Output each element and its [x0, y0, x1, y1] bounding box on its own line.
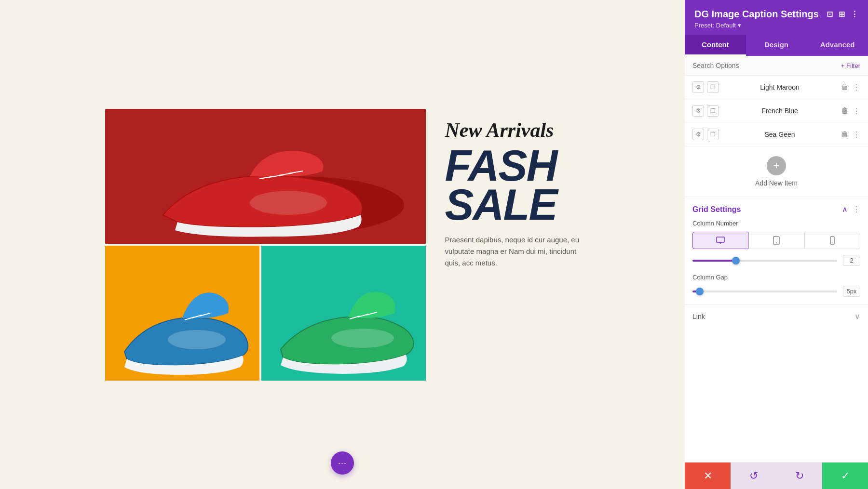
canvas-area: New Arrivals FASH SALE Praesent dapibus,…: [0, 0, 685, 489]
panel-title-text: DG Image Caption Settings: [694, 9, 819, 20]
fashion-sale-text: FASH SALE: [445, 146, 580, 225]
item-name-light-maroon: Light Maroon: [723, 83, 836, 91]
shoe-red-image: [105, 109, 426, 244]
more-icon[interactable]: ⋮: [851, 10, 858, 19]
panel-preset[interactable]: Preset: Default ▾: [694, 22, 858, 29]
svg-point-25: [832, 242, 833, 243]
right-panel: DG Image Caption Settings ⊡ ⊞ ⋮ Preset: …: [685, 0, 868, 489]
add-icon: +: [773, 159, 780, 172]
svg-point-9: [168, 330, 226, 349]
copy-icon-2[interactable]: ❐: [707, 105, 719, 117]
camera-icon[interactable]: ⊡: [827, 10, 833, 19]
image-bottom: [105, 246, 426, 381]
column-gap-slider-row: 5px: [692, 286, 860, 297]
panel-tabs: Content Design Advanced: [685, 35, 868, 56]
device-desktop-btn[interactable]: [692, 232, 748, 249]
page-content: New Arrivals FASH SALE Praesent dapibus,…: [86, 90, 599, 400]
add-new-item-section: + Add New Item: [685, 146, 868, 197]
chevron-down-icon: ∨: [854, 312, 860, 321]
bottom-toolbar: ✕ ↺ ↻ ✓: [685, 462, 868, 489]
column-gap-track[interactable]: [692, 291, 837, 292]
grid-icon[interactable]: ⊞: [839, 10, 845, 19]
column-number-slider-row: 2: [692, 255, 860, 266]
section-more-icon[interactable]: ⋮: [853, 205, 860, 214]
more-icon[interactable]: ⋮: [853, 83, 860, 92]
section-header-icons: ∧ ⋮: [842, 205, 860, 214]
more-icon-3[interactable]: ⋮: [853, 130, 860, 139]
device-mobile-btn[interactable]: [804, 232, 860, 249]
tablet-icon: [773, 236, 780, 245]
cancel-button[interactable]: ✕: [685, 463, 731, 489]
column-gap-group: Column Gap 5px: [685, 274, 868, 304]
image-bottom-right: [261, 246, 426, 381]
item-actions-3: 🗑 ⋮: [841, 130, 860, 139]
settings-icon-2[interactable]: ⚙: [692, 105, 704, 117]
delete-icon-2[interactable]: 🗑: [841, 106, 849, 115]
delete-icon[interactable]: 🗑: [841, 83, 849, 92]
add-new-button[interactable]: +: [767, 156, 786, 175]
description-text: Praesent dapibus, neque id cur augue, eu…: [445, 234, 580, 269]
grid-settings-title: Grid Settings: [692, 205, 741, 214]
settings-icon[interactable]: ⚙: [692, 81, 704, 93]
tab-advanced[interactable]: Advanced: [807, 35, 868, 56]
item-row-icons-3: ⚙ ❐: [692, 129, 719, 140]
delete-icon-3[interactable]: 🗑: [841, 130, 849, 139]
item-row-icons: ⚙ ❐: [692, 81, 719, 93]
item-row-french-blue: ⚙ ❐ French Blue 🗑 ⋮: [685, 99, 868, 123]
image-grid: [105, 109, 426, 381]
image-top: [105, 109, 426, 244]
link-section[interactable]: Link ∨: [685, 304, 868, 328]
item-row-icons-2: ⚙ ❐: [692, 105, 719, 117]
undo-button[interactable]: ↺: [731, 463, 776, 489]
confirm-button[interactable]: ✓: [822, 463, 868, 489]
link-label: Link: [692, 313, 705, 320]
tab-design[interactable]: Design: [746, 35, 807, 56]
svg-rect-19: [717, 237, 724, 242]
desktop-icon: [716, 237, 725, 244]
add-new-label: Add New Item: [755, 179, 798, 187]
panel-title-row: DG Image Caption Settings ⊡ ⊞ ⋮: [694, 9, 858, 20]
panel-content: ⚙ ❐ Light Maroon 🗑 ⋮ ⚙ ❐ French Blue 🗑 ⋮…: [685, 76, 868, 462]
column-gap-label: Column Gap: [692, 274, 860, 281]
column-number-value[interactable]: 2: [843, 255, 860, 266]
fashion-text: FASH: [445, 146, 580, 185]
column-number-group: Column Number: [685, 220, 868, 274]
text-content: New Arrivals FASH SALE Praesent dapibus,…: [445, 109, 580, 269]
copy-icon-3[interactable]: ❐: [707, 129, 719, 140]
copy-icon[interactable]: ❐: [707, 81, 719, 93]
svg-point-23: [776, 242, 777, 243]
column-number-track[interactable]: [692, 260, 837, 262]
svg-point-15: [331, 329, 394, 348]
column-number-label: Column Number: [692, 220, 860, 227]
floating-action-button[interactable]: ···: [331, 451, 354, 475]
item-name-sea-geen: Sea Geen: [723, 131, 836, 138]
column-number-fill: [692, 260, 736, 262]
item-row-sea-geen: ⚙ ❐ Sea Geen 🗑 ⋮: [685, 123, 868, 146]
column-gap-value[interactable]: 5px: [843, 286, 860, 297]
search-bar: + Filter: [685, 56, 868, 76]
image-bottom-left: [105, 246, 259, 381]
column-gap-thumb[interactable]: [696, 288, 704, 295]
tab-content[interactable]: Content: [685, 35, 746, 56]
fab-icon: ···: [338, 458, 347, 468]
search-input[interactable]: [692, 62, 837, 69]
settings-icon-3[interactable]: ⚙: [692, 129, 704, 140]
item-name-french-blue: French Blue: [723, 107, 836, 115]
item-row-light-maroon: ⚙ ❐ Light Maroon 🗑 ⋮: [685, 76, 868, 99]
grid-settings-header: Grid Settings ∧ ⋮: [685, 197, 868, 220]
column-number-thumb[interactable]: [732, 257, 740, 264]
mobile-icon: [830, 236, 835, 245]
panel-header: DG Image Caption Settings ⊡ ⊞ ⋮ Preset: …: [685, 0, 868, 35]
more-icon-2[interactable]: ⋮: [853, 106, 860, 116]
sale-text: SALE: [445, 185, 580, 225]
device-selector: [692, 232, 860, 249]
device-tablet-btn[interactable]: [748, 232, 804, 249]
collapse-icon[interactable]: ∧: [842, 205, 848, 214]
svg-point-2: [250, 191, 327, 215]
item-actions: 🗑 ⋮: [841, 83, 860, 92]
new-arrivals-title: New Arrivals: [445, 119, 580, 142]
filter-button[interactable]: + Filter: [841, 62, 860, 69]
item-actions-2: 🗑 ⋮: [841, 106, 860, 116]
panel-title-icons: ⊡ ⊞ ⋮: [827, 10, 858, 19]
redo-button[interactable]: ↻: [776, 463, 822, 489]
